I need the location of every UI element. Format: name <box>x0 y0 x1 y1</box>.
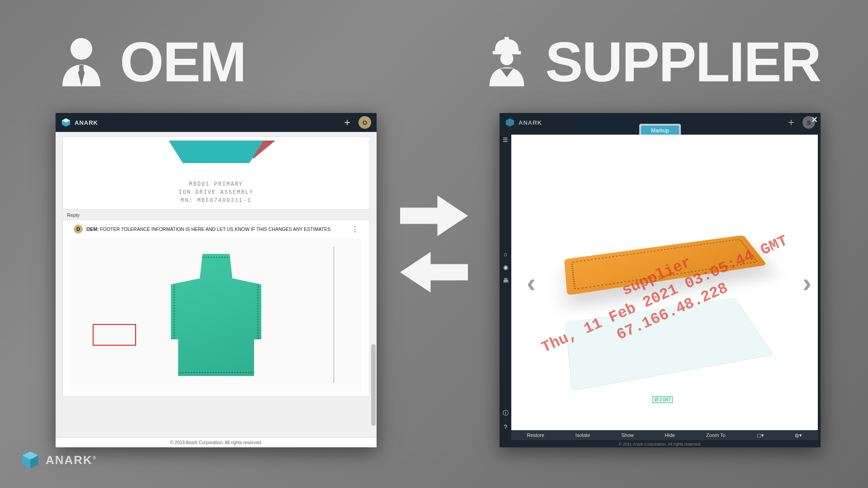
worker-icon <box>480 35 534 89</box>
viewer-left-rail: ☰ ⌂ ◉ 🖶 ⓘ ? <box>500 135 511 430</box>
supplier-header: SUPPLIER <box>480 29 821 94</box>
comment-card: O OEM: FOOTER TOLERANCE INFORMATION IS H… <box>62 220 370 397</box>
svg-rect-1 <box>79 65 84 70</box>
add-button[interactable]: + <box>788 116 794 129</box>
anark-cube-icon <box>20 450 40 470</box>
brand-name: ANARK® <box>46 453 97 467</box>
businessman-icon <box>54 35 108 89</box>
zoom-to-button[interactable]: Zoom To <box>706 432 726 438</box>
svg-rect-2 <box>505 37 509 44</box>
arrow-left-icon <box>400 251 468 294</box>
anark-logo-icon <box>61 117 71 127</box>
reply-label[interactable]: Reply <box>67 212 370 218</box>
supplier-app-window: ANARK + S ✕ Markup ☰ ⌂ ◉ 🖶 ⓘ ? su <box>500 113 821 447</box>
prev-view-button[interactable]: ‹ <box>527 267 536 298</box>
drawing-main-view[interactable] <box>71 238 361 392</box>
viewer-bottom-bar: Restore Isolate Show Hide Zoom To ▢▾ ◍▾ <box>511 430 818 440</box>
oem-header: OEM <box>54 29 246 94</box>
settings-icon[interactable]: ◍▾ <box>795 432 802 438</box>
help-icon[interactable]: ? <box>504 423 507 430</box>
dimension-callout: Ø 2.047 <box>652 396 673 403</box>
isolate-button[interactable]: Isolate <box>576 432 590 438</box>
svg-point-0 <box>71 38 92 60</box>
anark-logo-icon <box>505 117 515 127</box>
drawing-title-block: MBD01 PRIMARY ION DRIVE ASSEMBLY MN: MBE… <box>71 180 361 205</box>
show-button[interactable]: Show <box>621 432 634 438</box>
home-icon[interactable]: ⌂ <box>504 251 507 258</box>
comment-menu-icon[interactable]: ⋮ <box>351 225 359 234</box>
part-render-green <box>171 254 261 376</box>
camera-icon[interactable]: ◉ <box>503 264 508 271</box>
next-view-button[interactable]: › <box>802 267 811 298</box>
viewport-icon[interactable]: ▢▾ <box>757 432 764 438</box>
oem-footer: © 2019 Anark Corporation. All rights res… <box>56 437 377 447</box>
oem-app-name: ANARK <box>75 119 98 126</box>
oem-document-area[interactable]: MBD01 PRIMARY ION DRIVE ASSEMBLY MN: MBE… <box>56 132 377 437</box>
add-button[interactable]: + <box>344 116 350 129</box>
markup-button[interactable]: Markup <box>641 126 679 136</box>
comment-text: OEM: FOOTER TOLERANCE INFORMATION IS HER… <box>86 226 348 232</box>
restore-button[interactable]: Restore <box>527 432 544 438</box>
supplier-footer: © 2021 Anark Corporation. All rights res… <box>500 442 821 446</box>
highlight-box <box>93 324 136 346</box>
anark-brand-mark: ANARK® <box>20 450 97 470</box>
info-icon[interactable]: ⓘ <box>503 409 509 417</box>
user-avatar[interactable]: O <box>359 116 371 129</box>
print-icon[interactable]: 🖶 <box>503 277 509 284</box>
exchange-arrows <box>400 194 468 294</box>
comment-avatar: O <box>74 225 83 234</box>
supplier-app-name: ANARK <box>519 119 542 126</box>
arrow-right-icon <box>400 194 468 237</box>
oem-titlebar: ANARK + O <box>56 113 377 132</box>
viewer-3d-area[interactable]: supplier Thu, 11 Feb 2021 03:05:44 GMT 6… <box>511 135 818 430</box>
close-button[interactable]: ✕ <box>811 115 818 125</box>
hide-button[interactable]: Hide <box>665 432 675 438</box>
drawing-preview-card: MBD01 PRIMARY ION DRIVE ASSEMBLY MN: MBE… <box>62 136 370 210</box>
scrollbar-thumb[interactable] <box>371 344 376 426</box>
oem-title: OEM <box>120 29 246 94</box>
oem-app-window: ANARK + O MBD01 PRIMARY ION DRIVE ASSEMB… <box>56 113 377 447</box>
supplier-title: SUPPLIER <box>545 29 821 94</box>
svg-point-3 <box>500 52 513 65</box>
part-preview-top <box>169 141 264 163</box>
list-icon[interactable]: ☰ <box>503 136 508 143</box>
